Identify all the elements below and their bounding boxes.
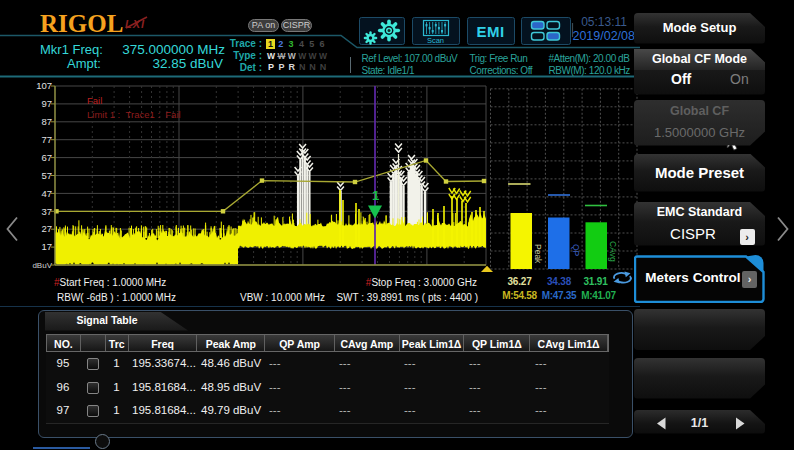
svg-text:dBuV: dBuV xyxy=(32,261,52,270)
svg-text:57: 57 xyxy=(41,170,52,181)
svg-text:17: 17 xyxy=(41,241,52,252)
svg-text:107: 107 xyxy=(36,80,52,91)
svg-text:1: 1 xyxy=(372,188,379,203)
svg-text:27: 27 xyxy=(41,223,52,234)
svg-text:CAvg: CAvg xyxy=(608,241,618,262)
svg-text:47: 47 xyxy=(41,188,52,199)
svg-text:77: 77 xyxy=(41,134,52,145)
svg-text:37: 37 xyxy=(41,206,52,217)
svg-text:Limit 1 : Trace1 : Fail: Limit 1 : Trace1 : Fail xyxy=(87,109,181,120)
svg-text:QP: QP xyxy=(571,244,581,257)
svg-text:Fail: Fail xyxy=(87,95,102,106)
svg-text:Peak: Peak xyxy=(533,244,543,264)
svg-text:97: 97 xyxy=(41,98,52,109)
svg-text:67: 67 xyxy=(41,152,52,163)
svg-text:87: 87 xyxy=(41,116,52,127)
